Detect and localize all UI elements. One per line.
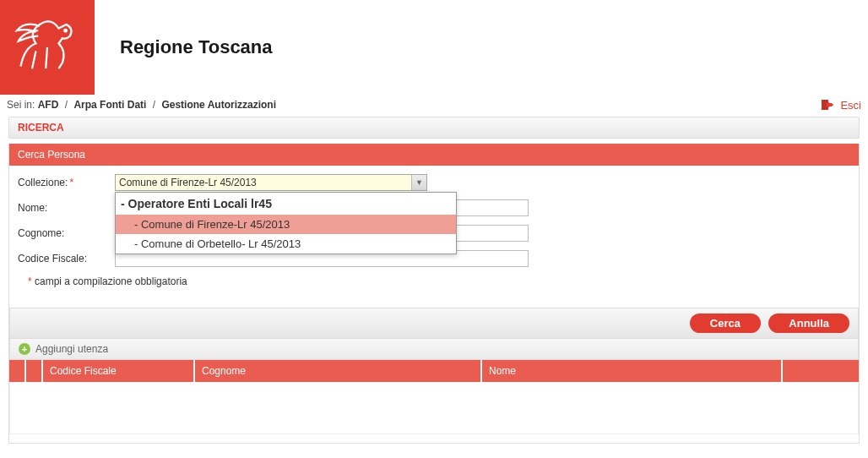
table-col-cognome: Cognome [195,360,482,382]
pegasus-icon [9,9,85,85]
table-col-blank [26,360,43,382]
logout-link[interactable]: Esci [822,98,861,112]
dropdown-group-header: - Operatore Enti Locali lr45 [116,193,456,215]
search-button[interactable]: Cerca [690,314,761,333]
logo [0,0,95,95]
collezione-select[interactable]: Comune di Firenze-Lr 45/2013 ▼ [115,174,427,191]
svg-point-0 [64,30,67,32]
nome-label: Nome: [18,202,115,214]
table-col-blank [9,360,26,382]
page-title: Regione Toscana [120,36,273,58]
table-col-nome: Nome [482,360,783,382]
table-header: Codice Fiscale Cognome Nome [9,360,859,382]
codice-fiscale-label: Codice Fiscale: [18,253,115,264]
breadcrumb-item[interactable]: AFD [38,99,59,111]
search-panel: Cerca Persona Collezione:* Comune di Fir… [8,144,860,444]
topbar: Sei in: AFD / Arpa Fonti Dati / Gestione… [0,95,868,117]
dropdown-option[interactable]: - Comune di Orbetello- Lr 45/2013 [116,234,456,254]
app-header: Regione Toscana [0,0,868,95]
collezione-dropdown: - Operatore Enti Locali lr45 - Comune di… [115,192,457,254]
logout-icon [822,98,835,112]
plus-icon: + [19,343,30,355]
logout-label: Esci [840,99,861,112]
table-body [9,382,859,434]
required-hint: * campi a compilazione obbligatoria [18,275,850,287]
breadcrumb: Sei in: AFD / Arpa Fonti Dati / Gestione… [7,99,276,111]
dropdown-option[interactable]: - Comune di Firenze-Lr 45/2013 [116,215,456,234]
breadcrumb-item[interactable]: Arpa Fonti Dati [73,99,146,111]
add-user-label: Aggiungi utenza [35,343,108,355]
breadcrumb-prefix: Sei in: [7,99,35,111]
cancel-button[interactable]: Annulla [768,314,849,333]
collezione-label: Collezione:* [18,177,115,188]
cognome-label: Cognome: [18,227,115,239]
chevron-down-icon: ▼ [411,175,426,190]
panel-title: Cerca Persona [9,144,859,166]
table-col-cf: Codice Fiscale [43,360,195,382]
add-user-link[interactable]: + Aggiungi utenza [9,339,859,360]
action-bar: Cerca Annulla [9,308,859,339]
search-heading: RICERCA [8,117,860,139]
breadcrumb-item[interactable]: Gestione Autorizzazioni [161,99,276,111]
table-col-blank [783,360,859,382]
